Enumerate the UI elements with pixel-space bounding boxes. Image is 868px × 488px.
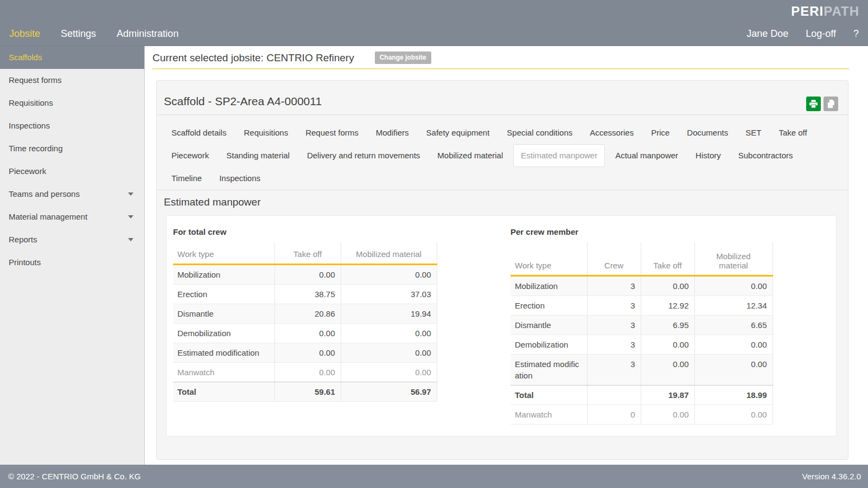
sidebar-item-request-forms[interactable]: Request forms <box>0 69 144 92</box>
sidebar-item-requisitions[interactable]: Requisitions <box>0 92 144 114</box>
table-row-dismantle: Dismantle36.956.65 <box>510 315 773 335</box>
tabs-row: TimelineInspections <box>164 167 840 190</box>
logoff-link[interactable]: Log-off <box>806 28 836 40</box>
change-jobsite-button[interactable]: Change jobsite <box>375 52 431 64</box>
tab-actual-manpower[interactable]: Actual manpower <box>608 144 685 167</box>
table-row-mobilization: Mobilization30.000.00 <box>510 275 773 296</box>
chevron-down-icon <box>128 215 133 219</box>
logo-path: PATH <box>824 4 859 18</box>
value-cell: 37.03 <box>341 284 437 304</box>
work-type-cell: Mobilization <box>510 275 587 296</box>
value-cell: 0.00 <box>694 275 773 296</box>
tabs: Scaffold detailsRequisitionsRequest form… <box>164 121 840 190</box>
tab-request-forms[interactable]: Request forms <box>298 121 366 144</box>
nav-item-settings[interactable]: Settings <box>61 28 96 40</box>
value-cell: 0.00 <box>275 343 341 362</box>
top-bar: PERIPATH JobsiteSettingsAdministration J… <box>0 0 868 46</box>
section-title: Estimated manpower <box>164 196 260 208</box>
nav-item-administration[interactable]: Administration <box>117 28 178 40</box>
column-header-mobilized-material: Mobilized material <box>341 242 437 264</box>
tab-safety-equipment[interactable]: Safety equipment <box>419 121 497 144</box>
scaffold-card: Scaffold - SP2-Area A4-000011 Scaffold d… <box>156 80 848 460</box>
value-cell: 56.97 <box>341 382 437 401</box>
peripath-logo: PERIPATH <box>791 4 859 19</box>
tab-special-conditions[interactable]: Special conditions <box>500 121 579 144</box>
sidebar-item-reports[interactable]: Reports <box>0 228 144 251</box>
card-actions <box>806 97 838 111</box>
table-row-mobilization: Mobilization0.000.00 <box>173 264 437 284</box>
user-name[interactable]: Jane Doe <box>746 28 788 40</box>
table-row-total: Total19.8718.99 <box>510 385 773 404</box>
tab-delivery-and-return-movements[interactable]: Delivery and return movements <box>300 144 427 167</box>
tab-scaffold-details[interactable]: Scaffold details <box>164 121 233 144</box>
tab-history[interactable]: History <box>688 144 728 167</box>
column-header-work-type: Work type <box>173 242 275 264</box>
table-row-manwatch: Manwatch00.000.00 <box>510 404 773 424</box>
work-type-cell: Dismantle <box>173 304 275 323</box>
tab-take-off[interactable]: Take off <box>771 121 814 144</box>
value-cell: 6.65 <box>694 315 773 335</box>
user-nav: Jane DoeLog-off? <box>746 28 859 40</box>
sidebar-item-printouts[interactable]: Printouts <box>0 251 144 274</box>
sidebar-item-scaffolds[interactable]: Scaffolds <box>0 46 144 69</box>
table-header-row: Work typeCrewTake offMobilized material <box>510 242 773 275</box>
value-cell: 19.94 <box>341 304 437 323</box>
column-header-mobilized-material: Mobilized material <box>694 242 773 275</box>
tab-requisitions[interactable]: Requisitions <box>237 121 295 144</box>
print-button[interactable] <box>806 97 821 111</box>
work-type-cell: Erection <box>173 284 275 304</box>
copy-button[interactable] <box>824 97 838 111</box>
value-cell: 0.00 <box>341 323 437 343</box>
tab-timeline[interactable]: Timeline <box>164 167 209 190</box>
tab-subcontractors[interactable]: Subcontractors <box>731 144 800 167</box>
tab-price[interactable]: Price <box>644 121 676 144</box>
value-cell: 6.95 <box>641 315 694 335</box>
tab-piecework[interactable]: Piecework <box>164 144 216 167</box>
print-icon <box>809 99 818 108</box>
copyright-text: © 2022 - CENTRIO GmbH & Co. KG <box>8 472 141 481</box>
value-cell: 20.86 <box>275 304 341 323</box>
value-cell: 0.00 <box>641 404 694 424</box>
table-row-total: Total59.6156.97 <box>173 382 437 401</box>
sidebar-item-time-recording[interactable]: Time recording <box>0 137 144 160</box>
column-header-work-type: Work type <box>510 242 587 275</box>
tab-accessories[interactable]: Accessories <box>583 121 641 144</box>
manpower-panel: For total crew Work typeTake offMobilize… <box>166 215 837 436</box>
tab-modifiers[interactable]: Modifiers <box>369 121 416 144</box>
tab-estimated-manpower[interactable]: Estimated manpower <box>513 144 605 167</box>
sidebar: ScaffoldsRequest formsRequisitionsInspec… <box>0 46 145 465</box>
sidebar-item-teams-and-persons[interactable]: Teams and persons <box>0 183 144 206</box>
work-type-cell: Mobilization <box>173 264 275 284</box>
per-crew-member-table: Work typeCrewTake offMobilized materialM… <box>510 242 773 425</box>
value-cell: 0.00 <box>641 275 694 296</box>
tab-standing-material[interactable]: Standing material <box>219 144 297 167</box>
per-crew-member-heading: Per crew member <box>510 227 773 237</box>
tab-mobilized-material[interactable]: Mobilized material <box>430 144 510 167</box>
value-cell: 0.00 <box>641 354 694 385</box>
footer: © 2022 - CENTRIO GmbH & Co. KG Version 4… <box>0 465 868 488</box>
sidebar-item-material-management[interactable]: Material management <box>0 206 144 228</box>
value-cell: 0.00 <box>641 335 694 354</box>
nav-item-jobsite[interactable]: Jobsite <box>9 28 40 40</box>
table-row-estimated-modification: Estimated modification0.000.00 <box>173 343 437 362</box>
value-cell: 59.61 <box>275 382 341 401</box>
table-header-row: Work typeTake offMobilized material <box>173 242 437 264</box>
help-link[interactable]: ? <box>853 28 859 40</box>
tab-documents[interactable]: Documents <box>680 121 735 144</box>
copy-icon <box>826 99 835 108</box>
tab-inspections[interactable]: Inspections <box>212 167 267 190</box>
table-row-estimated-modification: Estimated modification30.000.00 <box>510 354 773 385</box>
tabs-divider <box>157 190 848 190</box>
table-row-erection: Erection312.9212.34 <box>510 296 773 315</box>
work-type-cell: Total <box>173 382 275 401</box>
per-crew-member-column: Per crew member Work typeCrewTake offMob… <box>510 227 773 425</box>
tab-set[interactable]: SET <box>738 121 768 144</box>
work-type-cell: Demobilization <box>510 335 587 354</box>
value-cell: 0.00 <box>694 335 773 354</box>
table-row-dismantle: Dismantle20.8619.94 <box>173 304 437 323</box>
chevron-down-icon <box>128 238 133 241</box>
tabs-row: PieceworkStanding materialDelivery and r… <box>164 144 840 167</box>
sidebar-item-piecework[interactable]: Piecework <box>0 160 144 183</box>
main-content: Current selected jobsite: CENTRIO Refine… <box>145 46 868 465</box>
sidebar-item-inspections[interactable]: Inspections <box>0 114 144 137</box>
